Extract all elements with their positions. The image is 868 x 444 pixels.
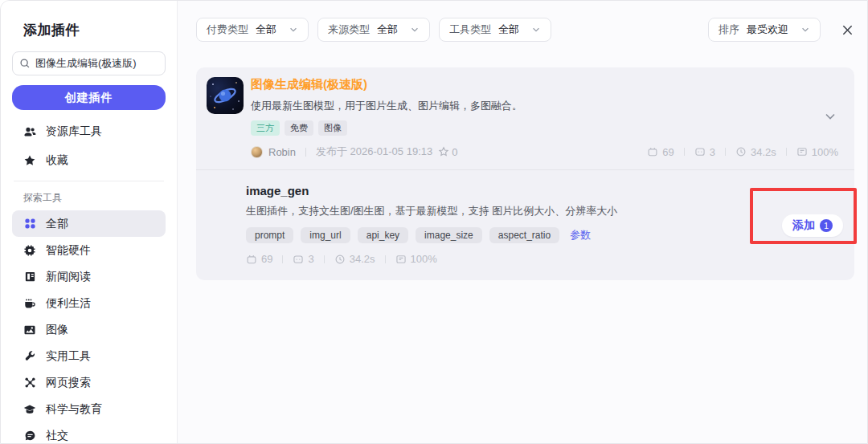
add-tool-button[interactable]: 添加 1: [782, 214, 843, 237]
main-content: 付费类型 全部 来源类型 全部 工具类型 全部: [178, 1, 868, 443]
stat-value: 100%: [411, 253, 437, 265]
filter-source-type[interactable]: 来源类型 全部: [317, 18, 430, 42]
divider: [725, 148, 726, 156]
chat-icon: [23, 430, 36, 442]
clock-icon: [735, 146, 747, 157]
param-tag: img_url: [301, 227, 350, 243]
author-info: Robin 发布于 2026-01-05 19:13 0: [251, 145, 457, 159]
add-count-badge: 1: [820, 219, 833, 232]
divider: [305, 148, 306, 157]
sidebar-item-label: 全部: [46, 217, 68, 231]
sort-label: 排序: [719, 22, 739, 37]
filter-value: 全部: [256, 22, 276, 37]
author-avatar: [251, 146, 263, 158]
add-plugin-window: 添加插件 创建插件 资源库工具: [0, 0, 868, 444]
create-plugin-button[interactable]: 创建插件: [12, 85, 166, 110]
stat-success-rate: 100%: [796, 146, 838, 158]
plugin-card[interactable]: 图像生成编辑(极速版) 使用最新生图模型，用于图片生成、图片编辑，多图融合。 三…: [196, 67, 854, 280]
stat-latency: 34.2s: [735, 146, 776, 158]
close-icon[interactable]: [840, 22, 854, 37]
sidebar-item-image[interactable]: 图像: [12, 316, 166, 343]
add-button-label: 添加: [792, 218, 815, 233]
tag-free: 免费: [285, 120, 313, 136]
sidebar-item-utilities[interactable]: 实用工具: [12, 343, 166, 369]
search-icon: [19, 58, 31, 69]
sidebar-item-label: 网页搜索: [46, 376, 91, 390]
stat-latency: 34.2s: [334, 253, 375, 265]
filter-toolbar: 付费类型 全部 来源类型 全部 工具类型 全部: [196, 18, 854, 42]
sort-dropdown[interactable]: 排序 最受欢迎: [708, 18, 821, 42]
stat-value: 34.2s: [751, 146, 776, 158]
stat-value: 3: [308, 253, 313, 265]
plugin-search-box[interactable]: [12, 51, 166, 75]
divider: [324, 255, 325, 263]
filter-label: 来源类型: [328, 22, 370, 37]
sidebar-item-label: 收藏: [46, 153, 68, 168]
filter-value: 全部: [498, 22, 519, 37]
stat-value: 3: [710, 146, 715, 158]
topbar-right: 排序 最受欢迎: [708, 18, 854, 42]
tool-section: image_gen 生图插件，支持文生图/图生图，基于最新模型，支持 图片比例大…: [196, 170, 854, 280]
chevron-down-icon: [289, 25, 298, 35]
stat-bots: 3: [694, 146, 715, 158]
stat-value: 69: [261, 253, 272, 265]
divider: [385, 255, 386, 263]
sort-value: 最受欢迎: [747, 22, 788, 37]
education-icon: [23, 403, 36, 416]
sidebar-item-label: 实用工具: [46, 349, 91, 364]
collapse-chevron-icon[interactable]: [824, 111, 837, 122]
chevron-down-icon: [410, 25, 420, 35]
sidebar-item-label: 资源库工具: [46, 124, 102, 139]
author-name: Robin: [268, 146, 296, 158]
sidebar-item-library-tools[interactable]: 资源库工具: [12, 117, 166, 146]
sidebar-item-social[interactable]: 社交: [12, 422, 166, 444]
plugin-tags: 三方 免费 图像: [251, 120, 838, 136]
divider: [282, 255, 283, 263]
filter-label: 工具类型: [449, 22, 491, 37]
stat-value: 100%: [812, 146, 838, 158]
search-input[interactable]: [35, 58, 158, 70]
sidebar-item-label: 图像: [46, 323, 68, 337]
filter-pay-type[interactable]: 付费类型 全部: [196, 18, 309, 42]
plugin-description: 使用最新生图模型，用于图片生成、图片编辑，多图融合。: [251, 99, 838, 113]
sidebar-item-label: 新闻阅读: [46, 270, 91, 284]
filter-tool-type[interactable]: 工具类型 全部: [439, 18, 551, 42]
bot-runs-icon: [246, 254, 257, 265]
stat-success-rate: 100%: [395, 253, 437, 265]
divider: [786, 148, 787, 156]
stat-bots: 3: [293, 253, 313, 265]
sidebar-item-favorites[interactable]: 收藏: [12, 146, 166, 175]
sidebar-item-science-education[interactable]: 科学与教育: [12, 396, 166, 422]
tool-name: image_gen: [246, 184, 838, 198]
sidebar-section-label: 探索工具: [12, 187, 166, 210]
web-search-icon: [23, 377, 36, 389]
sidebar-item-smart-hardware[interactable]: 智能硬件: [12, 237, 166, 263]
tool-description: 生图插件，支持文生图/图生图，基于最新模型，支持 图片比例大小、分辨率大小: [246, 204, 838, 218]
stat-value: 69: [662, 146, 674, 158]
grid-icon: [23, 218, 36, 230]
chevron-down-icon: [800, 25, 810, 35]
page-title: 添加插件: [23, 21, 166, 39]
divider: [684, 148, 685, 156]
sidebar: 添加插件 创建插件 资源库工具: [1, 1, 178, 443]
star-rating[interactable]: 0: [438, 146, 457, 158]
sidebar-item-convenience[interactable]: 便利生活: [12, 290, 166, 316]
tag-image: 图像: [318, 120, 347, 136]
sidebar-library-list: 资源库工具 收藏: [12, 117, 166, 175]
plugin-title[interactable]: 图像生成编辑(极速版): [251, 77, 838, 92]
stat-runs: 69: [647, 146, 674, 158]
params-link[interactable]: 参数: [570, 228, 591, 242]
tool-stats: 69 3 34.2s: [246, 253, 838, 265]
sidebar-item-news[interactable]: 新闻阅读: [12, 263, 166, 290]
tool-params: prompt img_url api_key image_size aspect…: [246, 227, 838, 243]
sidebar-item-web-search[interactable]: 网页搜索: [12, 369, 166, 396]
sidebar-category-list: 全部 智能硬件 新闻阅读: [12, 210, 166, 444]
publish-date: 发布于 2026-01-05 19:13: [316, 145, 432, 159]
sidebar-item-all[interactable]: 全部: [12, 210, 166, 237]
sidebar-item-label: 社交: [46, 429, 68, 443]
bot-face-icon: [293, 254, 304, 265]
sidebar-item-label: 科学与教育: [46, 402, 102, 417]
bot-face-icon: [694, 146, 706, 157]
success-rate-icon: [395, 254, 407, 265]
filter-value: 全部: [377, 22, 398, 37]
